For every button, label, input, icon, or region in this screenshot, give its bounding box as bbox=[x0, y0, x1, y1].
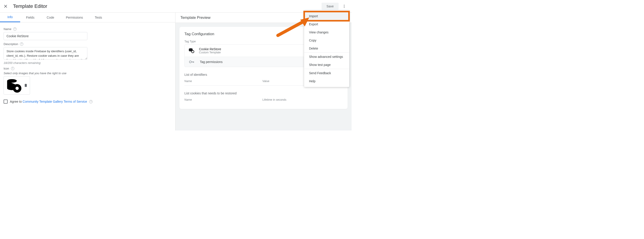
menu-help[interactable]: Help bbox=[304, 77, 349, 85]
col-lifetime: Lifetime in seconds bbox=[262, 98, 286, 101]
more-menu: Import Export View changes Copy Delete S… bbox=[304, 10, 349, 87]
tab-tests[interactable]: Tests bbox=[88, 13, 108, 22]
description-textarea[interactable] bbox=[4, 47, 88, 60]
menu-test-page[interactable]: Show test page bbox=[304, 61, 349, 69]
svg-point-11 bbox=[192, 51, 194, 53]
description-label: Description bbox=[4, 42, 18, 46]
menu-view-changes[interactable]: View changes bbox=[304, 28, 349, 36]
icon-preview[interactable] bbox=[4, 76, 30, 95]
help-icon[interactable]: ? bbox=[11, 67, 14, 70]
menu-delete[interactable]: Delete bbox=[304, 44, 349, 53]
tab-fields[interactable]: Fields bbox=[20, 13, 40, 22]
template-icon bbox=[188, 48, 194, 54]
permissions-label: Tag permissions bbox=[200, 60, 222, 64]
svg-rect-14 bbox=[193, 62, 194, 63]
col-name: Name bbox=[184, 98, 262, 101]
close-icon[interactable] bbox=[4, 4, 8, 8]
svg-rect-13 bbox=[191, 62, 194, 62]
key-icon bbox=[189, 60, 194, 64]
agree-text: Agree to bbox=[10, 100, 23, 103]
svg-point-12 bbox=[189, 61, 191, 63]
help-icon[interactable]: ? bbox=[89, 100, 92, 103]
header: Template Editor Save bbox=[0, 0, 352, 13]
svg-rect-15 bbox=[194, 62, 194, 63]
svg-point-2 bbox=[344, 5, 345, 6]
terms-link[interactable]: Community Template Gallery Terms of Serv… bbox=[23, 100, 87, 103]
menu-export[interactable]: Export bbox=[304, 20, 349, 28]
tabs: Info Fields Code Permissions Tests bbox=[0, 13, 175, 23]
page-title: Template Editor bbox=[13, 3, 47, 9]
help-icon[interactable]: ? bbox=[13, 27, 16, 31]
col-name: Name bbox=[184, 80, 262, 83]
menu-import[interactable]: Import bbox=[304, 12, 349, 20]
template-subtitle: Custom Template bbox=[199, 51, 221, 54]
description-counter: 18/200 characters remaining bbox=[4, 61, 172, 65]
col-value: Value bbox=[262, 80, 269, 83]
tab-code[interactable]: Code bbox=[40, 13, 60, 22]
name-label: Name bbox=[4, 27, 12, 31]
svg-point-3 bbox=[344, 6, 345, 7]
menu-feedback[interactable]: Send Feedback bbox=[304, 69, 349, 77]
save-button[interactable]: Save bbox=[322, 3, 338, 10]
tab-permissions[interactable]: Permissions bbox=[60, 13, 88, 22]
template-name: Cookie ReStore bbox=[199, 47, 221, 51]
agree-checkbox[interactable] bbox=[4, 100, 8, 104]
menu-advanced-settings[interactable]: Show advanced settings bbox=[304, 53, 349, 61]
icon-label: Icon bbox=[4, 67, 9, 70]
template-icon bbox=[6, 77, 22, 94]
help-icon[interactable]: ? bbox=[20, 42, 23, 46]
svg-point-4 bbox=[344, 7, 345, 8]
more-menu-icon[interactable] bbox=[340, 3, 348, 10]
icon-hint: Select only images that you have the rig… bbox=[4, 72, 172, 75]
delete-icon[interactable] bbox=[24, 83, 28, 88]
name-input[interactable] bbox=[4, 32, 88, 40]
section-cookies: List cookies that needs to be restored bbox=[184, 92, 342, 95]
tab-info[interactable]: Info bbox=[0, 13, 20, 22]
menu-copy[interactable]: Copy bbox=[304, 36, 349, 44]
